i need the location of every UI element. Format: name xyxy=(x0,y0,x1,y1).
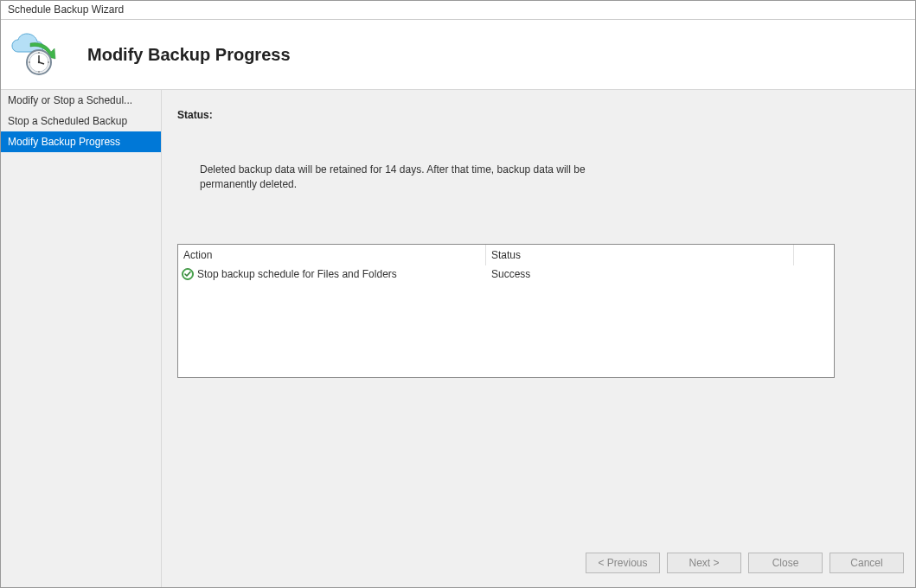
row-status-cell: Success xyxy=(486,268,794,280)
status-heading: Status: xyxy=(177,109,835,121)
cancel-button: Cancel xyxy=(830,553,904,573)
backup-clock-icon xyxy=(6,27,61,82)
page-title: Modify Backup Progress xyxy=(87,45,291,65)
column-header-action[interactable]: Action xyxy=(178,245,486,265)
status-description: Deleted backup data will be retained for… xyxy=(200,163,598,192)
step-modify-or-stop[interactable]: Modify or Stop a Schedul... xyxy=(1,90,161,111)
main-content: Status: Deleted backup data will be reta… xyxy=(161,90,916,587)
table-row: Stop backup schedule for Files and Folde… xyxy=(178,265,834,283)
step-stop-scheduled-backup[interactable]: Stop a Scheduled Backup xyxy=(1,111,161,131)
wizard-steps-sidebar: Modify or Stop a Schedul... Stop a Sched… xyxy=(1,90,161,587)
next-button: Next > xyxy=(667,553,741,573)
svg-point-4 xyxy=(38,61,40,63)
success-icon xyxy=(182,268,194,280)
progress-table: Action Status Stop backup schedule for F… xyxy=(177,244,835,378)
column-header-status[interactable]: Status xyxy=(486,245,794,265)
close-button[interactable]: Close xyxy=(748,553,823,573)
row-action-text: Stop backup schedule for Files and Folde… xyxy=(197,268,397,280)
wizard-header: Modify Backup Progress xyxy=(1,20,915,89)
wizard-buttons: < Previous Next > Close Cancel xyxy=(586,553,904,573)
step-modify-backup-progress[interactable]: Modify Backup Progress xyxy=(1,131,161,152)
previous-button: < Previous xyxy=(586,553,660,573)
table-header: Action Status xyxy=(178,245,834,265)
row-action-cell: Stop backup schedule for Files and Folde… xyxy=(178,268,486,280)
window-title: Schedule Backup Wizard xyxy=(1,1,915,20)
